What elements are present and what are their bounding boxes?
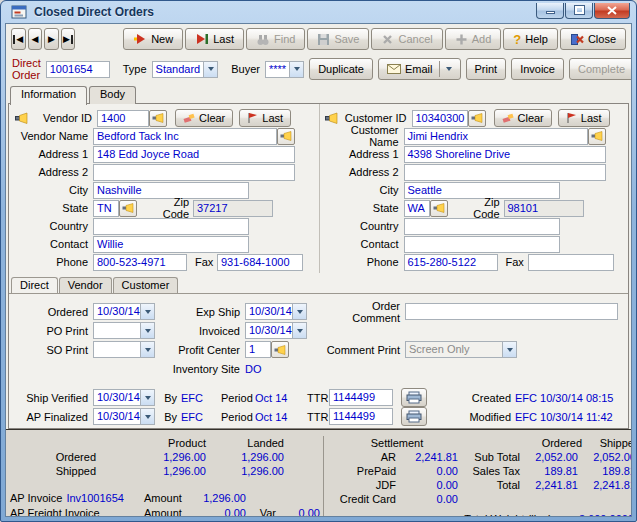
customer-state-field[interactable]: WA <box>404 200 430 217</box>
ap-invoice-number-link[interactable]: Inv1001654 <box>66 492 124 504</box>
customer-zip-field[interactable]: 98101 <box>504 200 584 217</box>
customer-clear-button[interactable]: Clear <box>494 109 552 127</box>
next-record-button[interactable]: ▶ <box>44 28 59 50</box>
vendor-lookup-flashlight-icon[interactable] <box>13 110 29 126</box>
customer-state-lookup-button[interactable] <box>430 200 448 217</box>
vendor-phone-field[interactable]: 800-523-4971 <box>93 254 187 271</box>
invoice-button[interactable]: Invoice <box>511 58 564 80</box>
vendor-clear-button[interactable]: Clear <box>175 109 233 127</box>
vendor-id-label: Vendor ID <box>31 112 97 124</box>
customer-phone-field[interactable]: 615-280-5122 <box>404 254 498 271</box>
app-icon[interactable] <box>11 4 27 20</box>
customer-address1-field[interactable]: 4398 Shoreline Drive <box>404 146 606 163</box>
tab-vendor[interactable]: Vendor <box>59 277 112 293</box>
help-button[interactable]: ? Help <box>503 28 558 50</box>
first-record-arrow: ◀ <box>16 34 23 44</box>
vendor-name-lookup-button[interactable] <box>277 128 295 145</box>
vendor-id-field[interactable]: 1400 <box>97 110 149 127</box>
order-comment-field[interactable] <box>405 303 618 320</box>
titlebar[interactable]: Closed Direct Orders <box>1 1 636 23</box>
ship-verified-label: Ship Verified <box>13 392 93 404</box>
ship-ttr-label: TTR <box>299 392 329 404</box>
customer-name-field[interactable]: Jimi Hendrix <box>404 128 588 145</box>
vendor-fax-field[interactable]: 931-684-1000 <box>217 254 303 271</box>
ap-invoice-label: AP Invoice <box>10 492 62 504</box>
landed-header: Landed <box>206 437 284 449</box>
vendor-state-field[interactable]: TN <box>93 200 119 217</box>
email-split-button[interactable]: Email <box>378 58 461 80</box>
ap-print-button[interactable] <box>401 407 427 426</box>
tab-direct[interactable]: Direct <box>11 277 58 294</box>
new-button-label: New <box>151 33 173 45</box>
maximize-button[interactable] <box>565 3 593 19</box>
add-button[interactable]: Add <box>445 28 502 50</box>
complete-button[interactable]: Complete <box>569 58 632 80</box>
last-button[interactable]: Last <box>185 28 244 50</box>
comment-print-label: Comment Print <box>325 344 405 356</box>
sub-total-shipped-value: 2,052.00 <box>578 451 632 463</box>
po-print-label: PO Print <box>13 325 93 337</box>
vendor-last-label: Last <box>262 112 283 124</box>
so-print-combo[interactable] <box>93 341 155 358</box>
new-button[interactable]: New <box>123 28 183 50</box>
vendor-address1-field[interactable]: 148 Edd Joyce Road <box>93 146 295 163</box>
previous-record-button[interactable]: ◀ <box>28 28 43 50</box>
profit-center-lookup-button[interactable] <box>271 341 289 358</box>
type-combo[interactable]: Standard <box>152 61 219 78</box>
customer-last-button[interactable]: Last <box>558 109 610 127</box>
vendor-id-lookup-button[interactable] <box>149 110 167 127</box>
first-record-button[interactable]: ◀ <box>11 28 26 50</box>
ap-ttr-field[interactable]: 1144499 <box>329 408 393 425</box>
customer-address2-field[interactable] <box>404 164 606 181</box>
tab-customer[interactable]: Customer <box>113 277 179 293</box>
profit-center-field[interactable]: 1 <box>245 341 271 358</box>
vendor-name-field[interactable]: Bedford Tack Inc <box>93 128 277 145</box>
ship-print-button[interactable] <box>401 388 427 407</box>
buyer-combo[interactable]: **** <box>265 61 304 78</box>
invoiced-combo[interactable]: 10/30/14 <box>245 322 307 339</box>
vendor-last-button[interactable]: Last <box>239 109 291 127</box>
duplicate-button[interactable]: Duplicate <box>309 58 373 80</box>
close-button[interactable] <box>594 3 630 19</box>
ordered-landed-value: 1,296.00 <box>206 451 284 463</box>
tab-body[interactable]: Body <box>89 86 136 104</box>
customer-name-lookup-button[interactable] <box>588 128 606 145</box>
order-bar: Direct Order 1001654 Type Standard Buyer… <box>6 54 631 84</box>
ordered-combo[interactable]: 10/30/14 <box>93 303 155 320</box>
customer-id-lookup-button[interactable] <box>468 110 486 127</box>
close-window-button[interactable]: Close <box>560 28 626 50</box>
vendor-state-lookup-button[interactable] <box>119 200 137 217</box>
po-print-combo[interactable] <box>93 322 155 339</box>
summary-right: Settlement Ordered Shipped AR 2,241.81 S… <box>324 436 632 517</box>
customer-contact-field[interactable] <box>404 236 560 253</box>
ship-ttr-field[interactable]: 1144499 <box>329 389 393 406</box>
cancel-button[interactable]: Cancel <box>371 28 442 50</box>
ship-verified-combo[interactable]: 10/30/14 <box>93 389 155 406</box>
ship-period-label: Period <box>213 392 255 404</box>
maximize-icon <box>575 6 584 14</box>
ap-by-label: By <box>155 411 181 423</box>
find-button[interactable]: Find <box>246 28 305 50</box>
print-button[interactable]: Print <box>466 58 507 80</box>
buyer-value: **** <box>266 62 289 77</box>
tab-information[interactable]: Information <box>10 86 87 105</box>
comment-print-combo[interactable]: Screen Only <box>405 341 517 358</box>
direct-order-field[interactable]: 1001654 <box>46 61 110 78</box>
customer-country-field[interactable] <box>404 218 560 235</box>
vendor-address2-field[interactable] <box>93 164 295 181</box>
ship-by-label: By <box>155 392 181 404</box>
last-record-button[interactable]: ▶ <box>61 28 76 50</box>
ap-freight-amount-value: 0.00 <box>190 507 246 518</box>
vendor-country-field[interactable] <box>93 218 249 235</box>
customer-fax-field[interactable] <box>528 254 614 271</box>
vendor-name-label: Vendor Name <box>9 130 93 142</box>
customer-id-field[interactable]: 10340300 <box>412 110 468 127</box>
vendor-zip-field[interactable]: 37217 <box>193 200 273 217</box>
credit-card-label: Credit Card <box>332 493 396 505</box>
vendor-contact-field[interactable]: Willie <box>93 236 249 253</box>
ap-finalized-combo[interactable]: 10/30/14 <box>93 408 155 425</box>
save-button[interactable]: Save <box>307 28 369 50</box>
minimize-button[interactable] <box>536 3 564 19</box>
shipped-landed-value: 1,296.00 <box>206 465 284 477</box>
exp-ship-combo[interactable]: 10/30/14 <box>245 303 307 320</box>
